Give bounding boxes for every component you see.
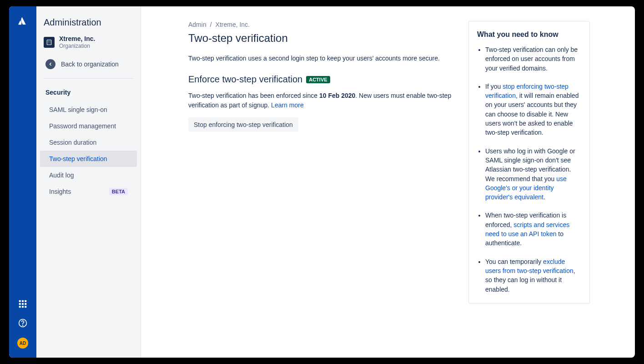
breadcrumb-sep: / <box>210 21 212 28</box>
section-heading-security: Security <box>36 85 141 101</box>
sidebar-item-session[interactable]: Session duration <box>40 134 137 151</box>
sidebar-item-password[interactable]: Password management <box>40 118 137 134</box>
arrow-left-circle-icon <box>45 59 55 69</box>
sidebar-item-saml[interactable]: SAML single sign-on <box>40 101 137 118</box>
avatar[interactable]: AD <box>17 338 28 349</box>
enforced-date: 10 Feb 2020 <box>319 92 355 99</box>
building-icon <box>44 37 55 48</box>
svg-rect-11 <box>47 40 51 45</box>
learn-more-link[interactable]: Learn more <box>271 101 304 109</box>
org-name: Xtreme, Inc. <box>59 35 95 43</box>
svg-rect-2 <box>25 300 26 302</box>
apps-switcher-icon[interactable] <box>18 299 27 310</box>
svg-rect-3 <box>19 303 21 305</box>
page-title: Two-step verification <box>188 32 452 45</box>
enforce-description: Two-step verification has been enforced … <box>188 91 452 110</box>
info-bullet: Users who log in with Google or SAML sin… <box>485 147 581 202</box>
info-bullet: If you stop enforcing two-step verificat… <box>485 82 581 137</box>
breadcrumb-org[interactable]: Xtreme, Inc. <box>216 21 250 28</box>
svg-rect-4 <box>22 303 24 305</box>
sidebar-item-insights[interactable]: Insights BETA <box>40 183 137 200</box>
svg-rect-5 <box>25 303 26 305</box>
back-to-organization[interactable]: Back to organization <box>36 55 141 76</box>
info-title: What you need to know <box>477 30 581 39</box>
stop-enforcing-button[interactable]: Stop enforcing two-step verification <box>188 117 298 132</box>
atlassian-logo-icon <box>17 15 28 28</box>
info-bullet: You can temporarily exclude users from t… <box>485 257 581 294</box>
info-list: Two-step verification can only be enforc… <box>477 45 581 294</box>
org-block[interactable]: Xtreme, Inc. Organization <box>36 35 141 55</box>
sidebar: Administration Xtreme, Inc. Organization… <box>36 6 141 358</box>
info-bullet: When two-step verification is enforced, … <box>485 211 581 248</box>
svg-rect-8 <box>25 306 26 308</box>
global-rail: AD <box>9 6 36 358</box>
enforce-heading: Enforce two-step verification <box>188 74 302 85</box>
svg-rect-7 <box>22 306 24 308</box>
main: Admin / Xtreme, Inc. Two-step verificati… <box>141 6 635 358</box>
breadcrumb: Admin / Xtreme, Inc. <box>188 21 452 28</box>
info-panel: What you need to know Two-step verificat… <box>468 21 590 303</box>
beta-badge: BETA <box>109 188 128 195</box>
svg-rect-1 <box>22 300 24 302</box>
help-icon[interactable] <box>18 318 27 329</box>
info-bullet: Two-step verification can only be enforc… <box>485 45 581 73</box>
sidebar-title: Administration <box>36 17 141 35</box>
svg-rect-0 <box>19 300 21 302</box>
svg-rect-6 <box>19 306 21 308</box>
back-label: Back to organization <box>61 61 119 68</box>
breadcrumb-admin[interactable]: Admin <box>188 21 206 28</box>
svg-point-10 <box>23 325 23 326</box>
org-sub: Organization <box>59 43 95 49</box>
sidebar-item-audit[interactable]: Audit log <box>40 167 137 183</box>
content: Admin / Xtreme, Inc. Two-step verificati… <box>188 21 452 343</box>
divider <box>44 78 133 79</box>
nav-list: SAML single sign-on Password management … <box>36 101 141 200</box>
intro-text: Two-step verification uses a second logi… <box>188 54 452 63</box>
sidebar-item-two-step[interactable]: Two-step verification <box>40 151 137 167</box>
status-badge: ACTIVE <box>306 76 330 83</box>
